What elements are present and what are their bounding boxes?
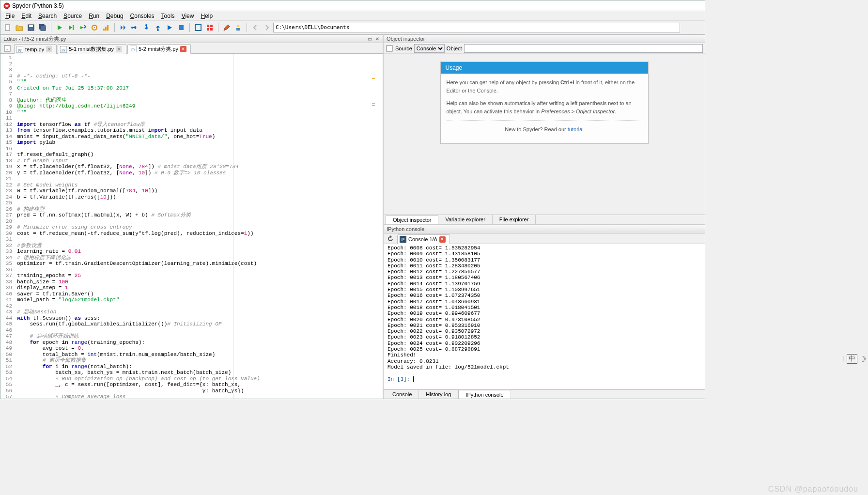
menu-edit[interactable]: Edit [18, 12, 34, 20]
svg-rect-25 [207, 28, 209, 31]
svg-point-19 [157, 29, 159, 31]
app-icon [3, 2, 10, 9]
ipython-title: IPython console [386, 226, 703, 232]
svg-point-11 [94, 27, 95, 28]
svg-marker-6 [58, 25, 62, 30]
menu-file[interactable]: File [2, 12, 17, 20]
svg-rect-13 [105, 27, 107, 31]
python-file-icon: py [16, 46, 23, 53]
open-file-button[interactable] [14, 22, 25, 33]
editor-tab[interactable]: pytemp.py✕ [14, 44, 57, 54]
debug-continue-button[interactable] [164, 22, 175, 33]
menubar: FileEditSearchSourceRunDebugConsolesTool… [0, 11, 705, 21]
debug-step-over-button[interactable] [129, 22, 140, 33]
svg-marker-7 [69, 25, 72, 30]
undock-icon[interactable]: ▭ [366, 35, 373, 42]
refresh-console-icon[interactable] [386, 234, 395, 244]
save-button[interactable] [26, 22, 36, 33]
tab-close-icon[interactable]: ✕ [116, 46, 122, 52]
svg-rect-3 [29, 25, 33, 27]
editor-tab[interactable]: py5-2 mnist分类.py✕ [127, 44, 191, 54]
menu-consoles[interactable]: Consoles [127, 12, 157, 20]
usage-title: Usage [441, 62, 648, 74]
run-cell-button[interactable] [66, 22, 77, 33]
close-pane-icon[interactable]: ✕ [374, 35, 381, 42]
svg-marker-15 [121, 25, 123, 30]
ipython-header: IPython console [384, 225, 705, 233]
svg-rect-14 [107, 25, 108, 31]
source-select[interactable]: Console [414, 44, 445, 53]
debug-stop-button[interactable] [176, 22, 186, 33]
svg-point-17 [131, 27, 133, 29]
tab-close-icon[interactable]: ✕ [46, 46, 52, 52]
nav-back-button[interactable] [250, 22, 261, 33]
tab-close-icon[interactable]: ✕ [180, 46, 186, 52]
console-tab-close[interactable]: ✕ [439, 236, 446, 243]
preferences-button[interactable] [221, 22, 232, 33]
ime-indicator: ⦀ 中 ☽ [841, 354, 866, 364]
run-selection-button[interactable] [78, 22, 88, 33]
svg-rect-1 [5, 25, 10, 31]
working-directory-input[interactable] [273, 23, 680, 32]
window-title: Spyder (Python 3.5) [12, 2, 64, 9]
object-inspector-header: Object inspector [384, 34, 705, 43]
run-button[interactable] [54, 22, 65, 33]
maximize-pane-button[interactable] [193, 22, 203, 33]
object-input[interactable] [464, 44, 703, 53]
svg-text:IP: IP [402, 238, 405, 241]
svg-rect-12 [103, 29, 105, 31]
browse-tabs-icon[interactable]: ⌄ [2, 44, 12, 53]
inspector-tab[interactable]: Variable explorer [438, 215, 492, 224]
svg-rect-22 [195, 25, 201, 31]
run-profiler-button[interactable] [101, 22, 111, 33]
menu-run[interactable]: Run [86, 12, 102, 20]
debug-step-out-button[interactable] [153, 22, 163, 33]
pythonpath-button[interactable] [233, 22, 244, 33]
svg-marker-9 [80, 26, 84, 29]
inspector-tab[interactable]: Object inspector [386, 215, 438, 224]
right-bottom-tabs: ConsoleHistory logIPython console [384, 389, 705, 399]
python-file-icon: py [60, 46, 67, 53]
menu-view[interactable]: View [179, 12, 197, 20]
browse-tabs-icon[interactable] [386, 45, 393, 52]
new-file-button[interactable] [2, 22, 13, 33]
svg-marker-20 [168, 25, 172, 30]
console-tab[interactable]: IP Console 1/A ✕ [397, 234, 450, 244]
console-bottom-tab[interactable]: IPython console [458, 390, 511, 399]
tab-label: 5-2 mnist分类.py [139, 46, 178, 53]
console-output[interactable]: Epoch: 0008 cost= 1.535282954Epoch: 0009… [384, 244, 705, 389]
editor-tab[interactable]: py5-1 mnist数据集.py✕ [58, 44, 126, 54]
code-editor[interactable]: 1234567891011⚠12131415161718192021222324… [0, 54, 383, 399]
save-all-button[interactable] [37, 22, 48, 33]
svg-text:py: py [18, 48, 22, 52]
debug-config-button[interactable] [89, 22, 100, 33]
svg-text:⌄: ⌄ [5, 46, 9, 51]
ipython-tabs: IP Console 1/A ✕ [384, 233, 705, 244]
tab-label: temp.py [25, 46, 44, 52]
svg-rect-21 [179, 25, 184, 30]
console-tab-label: Console 1/A [408, 236, 437, 242]
ipython-icon: IP [400, 236, 406, 243]
menu-search[interactable]: Search [35, 12, 60, 20]
svg-point-18 [145, 24, 147, 26]
editor-pane-header: Editor - I:\5-2 mnist分类.py ▭ ✕ [0, 34, 383, 43]
menu-help[interactable]: Help [198, 12, 216, 20]
nav-forward-button[interactable] [262, 22, 272, 33]
menu-source[interactable]: Source [61, 12, 85, 20]
console-bottom-tab[interactable]: History log [419, 390, 458, 399]
svg-rect-5 [41, 26, 46, 31]
fullscreen-button[interactable] [204, 22, 215, 33]
svg-rect-26 [210, 28, 213, 31]
debug-step-into-button[interactable] [141, 22, 152, 33]
svg-rect-8 [73, 25, 74, 30]
inspector-tab[interactable]: File explorer [493, 215, 536, 224]
svg-text:py: py [62, 48, 65, 52]
tutorial-link[interactable]: tutorial [568, 126, 584, 132]
svg-rect-23 [207, 25, 209, 27]
debug-button[interactable] [118, 22, 128, 33]
console-bottom-tab[interactable]: Console [386, 390, 419, 399]
menu-debug[interactable]: Debug [103, 12, 126, 20]
watermark: CSDN @papaofdoudou [768, 485, 858, 494]
menu-tools[interactable]: Tools [158, 12, 178, 20]
svg-rect-24 [210, 25, 213, 27]
